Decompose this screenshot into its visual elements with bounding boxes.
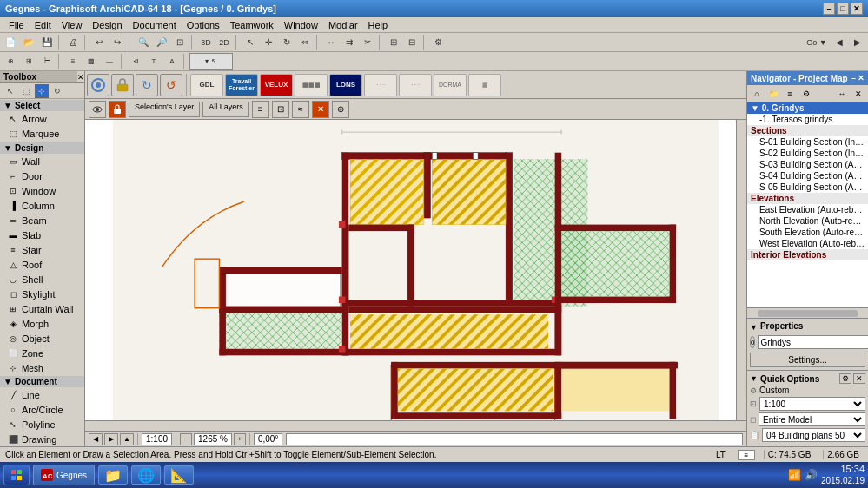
tree-group-elevations[interactable]: Elevations bbox=[747, 193, 868, 204]
nav-home-btn[interactable]: ⌂ bbox=[749, 86, 765, 101]
menu-modlar[interactable]: Modlar bbox=[323, 19, 363, 31]
cursor-btn[interactable]: ▾ ↖ bbox=[189, 53, 233, 70]
stretch-btn[interactable]: ↔ bbox=[322, 34, 340, 51]
taskbar-folder[interactable]: 📁 bbox=[98, 465, 128, 485]
arrow-tool[interactable]: ↖ Arrow bbox=[0, 111, 84, 126]
qo-plans-select[interactable]: 04 Building plans 50 bbox=[762, 428, 865, 442]
morph-tool[interactable]: ◈ Morph bbox=[0, 316, 84, 331]
gdl-icon[interactable]: GDL bbox=[190, 74, 223, 96]
qo-model-select[interactable]: Entire Model bbox=[759, 412, 865, 426]
undo-btn[interactable]: ↩ bbox=[90, 34, 108, 51]
arrow-tool-small[interactable]: ↖ bbox=[3, 84, 17, 98]
nav-folder-btn[interactable]: 📁 bbox=[765, 86, 781, 101]
3d-btn[interactable]: 3D bbox=[197, 34, 215, 51]
nav-settings-btn[interactable]: ⚙ bbox=[798, 86, 814, 101]
layer-indicator[interactable]: ≡ bbox=[738, 450, 755, 460]
menu-options[interactable]: Options bbox=[182, 19, 225, 31]
ortho-btn[interactable]: ⊢ bbox=[38, 53, 56, 70]
addon5-icon[interactable]: · · · bbox=[399, 74, 432, 96]
layer-option1[interactable]: ≡ bbox=[252, 101, 269, 118]
vertical-scrollbar[interactable] bbox=[736, 120, 746, 420]
trim-btn[interactable]: ✂ bbox=[359, 34, 376, 51]
tree-item-west[interactable]: West Elevation (Auto-rebuil... bbox=[747, 238, 868, 249]
mesh-tool[interactable]: ⊹ Mesh bbox=[0, 361, 84, 375]
layer-option4[interactable]: ✕ bbox=[312, 101, 329, 118]
grid-btn[interactable]: ⊞ bbox=[20, 53, 37, 70]
settings-button[interactable]: Settings... bbox=[750, 353, 865, 367]
curtainwall-tool[interactable]: ⊞ Curtain Wall bbox=[0, 301, 84, 316]
select-header[interactable]: ▼ Select bbox=[0, 100, 84, 111]
tree-item-north[interactable]: North Elevation (Auto-rebui... bbox=[747, 215, 868, 227]
window-tool[interactable]: ⊡ Window bbox=[0, 183, 84, 198]
dim-btn[interactable]: ⊲ bbox=[127, 53, 144, 70]
zoom-out-btn[interactable]: 🔎 bbox=[153, 34, 170, 51]
qo-scale-select[interactable]: 1:100 bbox=[759, 397, 865, 411]
menu-design[interactable]: Design bbox=[87, 19, 127, 31]
sync-icon[interactable]: ↺ bbox=[160, 74, 182, 96]
beam-tool[interactable]: ═ Beam bbox=[0, 213, 84, 228]
drawing-canvas[interactable] bbox=[85, 120, 746, 431]
nav-list-btn[interactable]: ≡ bbox=[782, 86, 798, 101]
tree-item-terasos[interactable]: -1. Terasos grindys bbox=[747, 114, 868, 125]
layer-eye-btn[interactable] bbox=[89, 101, 106, 118]
layer-option5[interactable]: ⊕ bbox=[332, 101, 349, 118]
scale-display[interactable]: 1:100 bbox=[142, 433, 172, 445]
stair-tool[interactable]: ≡ Stair bbox=[0, 242, 84, 257]
door-tool[interactable]: ⌐ Door bbox=[0, 168, 84, 183]
snap-btn[interactable]: ⊕ bbox=[2, 53, 19, 70]
layer-btn[interactable]: ≡ bbox=[64, 53, 82, 70]
zoom-display[interactable]: 1265 % bbox=[194, 433, 232, 445]
tree-item-s03[interactable]: S-03 Building Section (Auto-r... bbox=[747, 159, 868, 170]
menu-help[interactable]: Help bbox=[363, 19, 394, 31]
select-btn[interactable]: ↖ bbox=[242, 34, 259, 51]
nav-close2-btn[interactable]: ✕ bbox=[851, 86, 866, 101]
move-btn[interactable]: ✛ bbox=[260, 34, 277, 51]
menu-file[interactable]: File bbox=[3, 19, 30, 31]
skylight-tool[interactable]: ◻ Skylight bbox=[0, 287, 84, 301]
nav-hscrollbar[interactable] bbox=[747, 307, 868, 318]
tree-item-s05[interactable]: S-05 Building Section (Auto-r... bbox=[747, 181, 868, 193]
velux-icon[interactable]: VELUX bbox=[260, 74, 293, 96]
wall-tool[interactable]: ▭ Wall bbox=[0, 154, 84, 168]
all-layers-btn[interactable]: All Layers bbox=[202, 102, 249, 117]
floor-prev-btn[interactable]: ◀ bbox=[89, 433, 103, 445]
go-btn[interactable]: Go ▼ bbox=[804, 34, 830, 51]
addon6-icon[interactable]: DORMA bbox=[434, 74, 467, 96]
save-btn[interactable]: 💾 bbox=[38, 34, 56, 51]
column-tool[interactable]: ▐ Column bbox=[0, 198, 84, 213]
label-btn[interactable]: A bbox=[163, 53, 181, 70]
selection-layer-btn[interactable]: Selection's Layer bbox=[129, 102, 200, 117]
zone-tool[interactable]: ⬜ Zone bbox=[0, 346, 84, 360]
offset-btn[interactable]: ⇉ bbox=[341, 34, 358, 51]
rotate-btn[interactable]: ↻ bbox=[278, 34, 295, 51]
menu-view[interactable]: View bbox=[56, 19, 88, 31]
fill-btn[interactable]: ▩ bbox=[83, 53, 100, 70]
title-bar-controls[interactable]: – □ ✕ bbox=[823, 3, 863, 15]
nav-close-btn[interactable]: ✕ bbox=[858, 74, 865, 82]
maximize-button[interactable]: □ bbox=[837, 3, 849, 15]
drawing-tool[interactable]: ⬛ Drawing bbox=[0, 432, 84, 446]
design-header[interactable]: ▼ Design bbox=[0, 142, 84, 154]
tree-item-east[interactable]: East Elevation (Auto-rebuil... bbox=[747, 204, 868, 215]
addon4-icon[interactable]: · · · bbox=[364, 74, 397, 96]
floor-next-btn[interactable]: ▶ bbox=[104, 433, 118, 445]
taskbar-chrome[interactable]: 🌐 bbox=[131, 465, 161, 485]
layer-option2[interactable]: ⊡ bbox=[272, 101, 289, 118]
roof-tool[interactable]: △ Roof bbox=[0, 257, 84, 272]
marquee-tool-small[interactable]: ⬚ bbox=[19, 84, 33, 98]
taskbar-autocad[interactable]: 📐 bbox=[164, 465, 194, 485]
zoom-in-btn[interactable]: 🔍 bbox=[135, 34, 152, 51]
layer-lock-icon[interactable] bbox=[111, 74, 134, 96]
shell-tool[interactable]: ◡ Shell bbox=[0, 272, 84, 287]
travail-icon[interactable]: TravailForestier bbox=[225, 74, 258, 96]
zoom-minus-btn[interactable]: − bbox=[180, 433, 192, 445]
arc-tool[interactable]: ○ Arc/Circle bbox=[0, 402, 84, 417]
select-tool-active[interactable]: ⊹ bbox=[35, 84, 49, 98]
open-btn[interactable]: 📂 bbox=[20, 34, 37, 51]
floor-up-btn[interactable]: ▲ bbox=[120, 433, 134, 445]
tree-item-s02[interactable]: S-02 Building Section (Indepe... bbox=[747, 148, 868, 159]
horizontal-scrollbar[interactable] bbox=[85, 420, 746, 431]
marquee-tool[interactable]: ⬚ Marquee bbox=[0, 126, 84, 141]
tree-item-grindys[interactable]: ▼ 0. Grindys bbox=[747, 102, 868, 114]
addon7-icon[interactable]: ▦ bbox=[468, 74, 501, 96]
